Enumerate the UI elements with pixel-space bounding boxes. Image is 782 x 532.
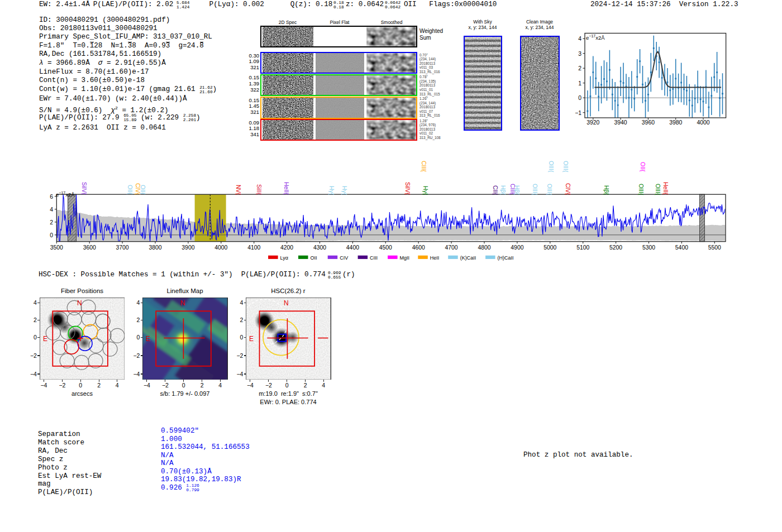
svg-text:4900: 4900 <box>511 245 523 251</box>
svg-text:OII: OII <box>311 255 317 261</box>
svg-text:5000: 5000 <box>543 245 556 251</box>
svg-text:5100: 5100 <box>576 245 589 251</box>
svg-text:HeII: HeII <box>430 255 440 261</box>
svg-text:3: 3 <box>578 51 581 57</box>
svg-text:3600: 3600 <box>83 245 96 251</box>
svg-text:5400: 5400 <box>675 245 688 251</box>
svg-text:4500: 4500 <box>379 245 392 251</box>
svg-text:3800: 3800 <box>149 245 161 251</box>
svg-text:4000: 4000 <box>697 119 709 126</box>
svg-text:Lyα: Lyα <box>280 255 288 261</box>
svg-text:3980: 3980 <box>669 119 682 126</box>
svg-text:4: 4 <box>50 207 53 213</box>
svg-text:5200: 5200 <box>609 245 622 251</box>
svg-text:(H)CaII: (H)CaII <box>498 255 514 261</box>
svg-text:3900: 3900 <box>182 245 194 251</box>
svg-text:4800: 4800 <box>478 245 490 251</box>
svg-text:4600: 4600 <box>412 245 425 251</box>
svg-text:5500: 5500 <box>708 245 721 251</box>
svg-text:4700: 4700 <box>445 245 458 251</box>
svg-text:3700: 3700 <box>116 245 129 251</box>
svg-text:4000: 4000 <box>214 245 227 251</box>
svg-text:(K)CaII: (K)CaII <box>460 255 476 261</box>
svg-text:5300: 5300 <box>642 245 655 251</box>
svg-text:0: 0 <box>578 95 581 101</box>
svg-text:6: 6 <box>50 194 53 200</box>
svg-text:4400: 4400 <box>346 245 359 251</box>
svg-text:3500: 3500 <box>50 245 63 251</box>
svg-text:0: 0 <box>50 232 53 238</box>
svg-text:4300: 4300 <box>313 245 326 251</box>
svg-text:4200: 4200 <box>280 245 293 251</box>
svg-text:3960: 3960 <box>642 119 655 126</box>
svg-text:1: 1 <box>578 80 581 87</box>
svg-text:CIV: CIV <box>340 255 348 261</box>
svg-text:2: 2 <box>50 219 53 226</box>
svg-text:−1: −1 <box>575 110 581 116</box>
svg-text:CIII: CIII <box>370 255 378 261</box>
svg-text:3940: 3940 <box>614 119 627 126</box>
svg-text:4100: 4100 <box>247 245 260 251</box>
svg-text:4: 4 <box>578 36 581 42</box>
svg-text:MgII: MgII <box>400 255 410 261</box>
svg-text:2: 2 <box>578 65 581 71</box>
svg-text:3920: 3920 <box>586 119 599 126</box>
